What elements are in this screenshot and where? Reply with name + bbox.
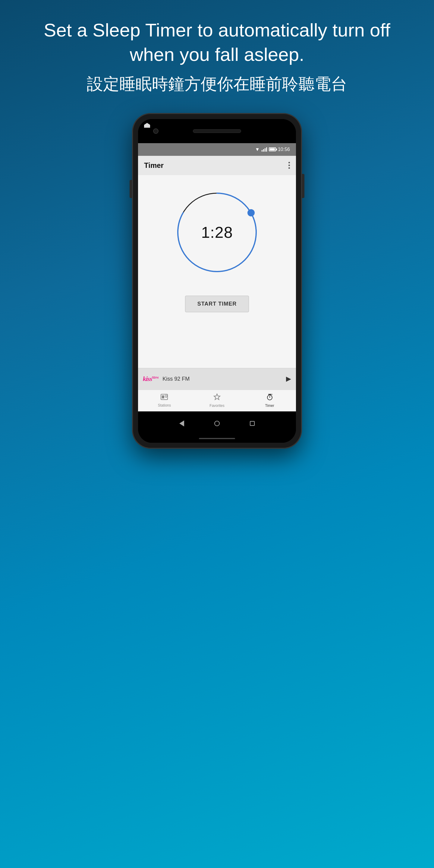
station-name: Kiss 92 FM <box>162 376 282 382</box>
phone-frame: ▼ 10:56 Timer <box>133 114 301 448</box>
english-description: Set a Sleep Timer to automatically turn … <box>24 18 410 67</box>
status-time: 10:56 <box>278 147 290 152</box>
more-options-button[interactable] <box>288 162 290 169</box>
chinese-description: 設定睡眠時鐘方便你在睡前聆聽電台 <box>24 73 410 96</box>
bottom-navigation: Stations Favorites <box>138 390 296 411</box>
svg-rect-1 <box>162 396 164 398</box>
station-logo: kiss92FM <box>143 373 158 384</box>
scroll-indicator <box>199 438 235 439</box>
top-bezel <box>138 119 296 143</box>
speaker <box>193 129 241 133</box>
home-button[interactable] <box>214 421 220 426</box>
timer-time-display: 1:28 <box>201 223 233 241</box>
now-playing-bar: kiss92FM Kiss 92 FM ▶ <box>138 368 296 390</box>
status-bar: ▼ 10:56 <box>138 143 296 156</box>
battery-icon <box>269 147 276 151</box>
notification-icon <box>144 123 150 128</box>
play-button[interactable]: ▶ <box>286 375 291 383</box>
favorites-icon <box>213 393 221 402</box>
svg-marker-4 <box>214 394 220 400</box>
battery-fill <box>270 148 275 150</box>
main-content: 1:28 START TIMER <box>138 175 296 368</box>
wifi-icon: ▼ <box>255 147 260 152</box>
kiss-logo-text: kiss92FM <box>143 375 158 383</box>
signal-icon <box>261 147 267 152</box>
nav-timer[interactable]: ZZ Timer <box>243 390 296 411</box>
camera <box>153 128 158 134</box>
bottom-indicator-bar <box>138 435 296 443</box>
timer-nav-label: Timer <box>265 404 274 408</box>
timer-dot <box>247 209 255 216</box>
nav-favorites[interactable]: Favorites <box>191 390 244 411</box>
timer-icon: ZZ <box>266 393 273 402</box>
svg-point-2 <box>165 395 167 397</box>
stations-label: Stations <box>158 403 171 407</box>
svg-text:ZZ: ZZ <box>271 394 273 396</box>
nav-stations[interactable]: Stations <box>138 390 191 411</box>
recents-button[interactable] <box>250 421 255 426</box>
app-bar: Timer <box>138 156 296 175</box>
status-icons: ▼ 10:56 <box>255 147 290 152</box>
bottom-bezel <box>138 411 296 435</box>
app-title: Timer <box>144 161 164 170</box>
phone-screen: ▼ 10:56 Timer <box>138 119 296 443</box>
favorites-label: Favorites <box>210 404 224 408</box>
back-button[interactable] <box>179 421 184 427</box>
start-timer-button[interactable]: START TIMER <box>185 296 249 312</box>
timer-circle[interactable]: 1:28 <box>172 187 262 278</box>
stations-icon <box>160 394 168 402</box>
top-description: Set a Sleep Timer to automatically turn … <box>0 18 434 96</box>
